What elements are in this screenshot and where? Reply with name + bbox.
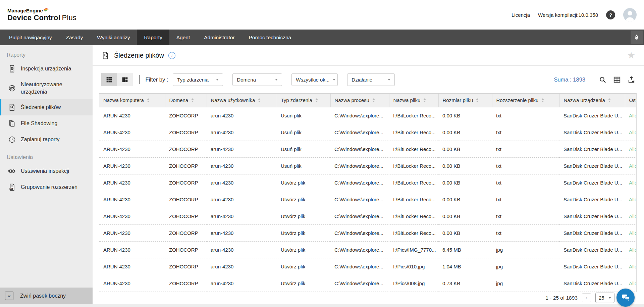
page-size-select[interactable]: 25 [595,293,614,303]
toolbar-divider [139,75,140,84]
cell-typ-zdarzenia: Utwórz plik [277,224,330,241]
nav-tab-zasady[interactable]: Zasady [59,30,90,45]
search-button[interactable] [598,75,606,84]
filter-select-wszystkie-ok[interactable]: Wszystkie ok... [291,73,338,86]
cell-osta[interactable]: Allo [625,124,637,141]
avatar[interactable] [623,8,637,21]
nav-tab-wyniki-analizy[interactable]: Wyniki analizy [90,30,137,45]
table-row[interactable]: ARUN-4230ZOHOCORParun-4230Utwórz plikC:\… [99,174,637,191]
cell-rozmiar-pliku: 0.00 KB [438,124,492,141]
logo-swoosh-icon [43,7,49,11]
cell-typ-zdarzenia: Usuń plik [277,107,330,124]
column-header-nazwa-pliku[interactable]: Nazwa pliku [389,94,438,107]
grid-view-button[interactable] [101,73,117,86]
nav-tab-raporty[interactable]: Raporty [137,30,169,45]
filter-select-typ-zdarzenia[interactable]: Typ zdarzenia [173,73,223,86]
cell-osta[interactable]: Allo [625,107,637,124]
product-suffix: Plus [62,13,77,22]
table-row[interactable]: ARUN-4230ZOHOCORParun-4230Usuń plikC:\Wi… [99,107,637,124]
product-name: Device Control [7,13,60,22]
cell-osta[interactable]: Allo [625,241,637,258]
column-header-nazwa-procesu[interactable]: Nazwa procesu [330,94,389,107]
sidebar-item-grupowanie-rozszerze[interactable]: TXTGrupowanie rozszerzeń [0,179,93,195]
table-row[interactable]: ARUN-4230ZOHOCORParun-4230Usuń plikC:\Wi… [99,141,637,157]
column-header-typ-zdarzenia[interactable]: Typ zdarzenia [277,94,330,107]
sidebar-item-zaplanuj-raporty[interactable]: Zaplanuj raporty [0,132,93,148]
filter-select-domena[interactable]: Domena [232,73,282,86]
column-header-rozszerzenie-pliku[interactable]: Rozszerzenie pliku [492,94,559,107]
cell-osta[interactable]: Allo [625,208,637,224]
cell-rozszerzenie-pliku: jpg [492,258,559,275]
filter-select-dzia-anie[interactable]: Działanie [347,73,395,86]
column-header-nazwa-komputera[interactable]: Nazwa komputera [99,94,165,107]
cell-domena: ZOHOCORP [165,224,207,241]
column-header-nazwa-urz-dzenia[interactable]: Nazwa urządzenia [559,94,625,107]
cell-osta[interactable]: Allo [625,141,637,157]
table-row[interactable]: ARUN-4230ZOHOCORParun-4230Usuń plikC:\Wi… [99,124,637,141]
nav-tab-administrator[interactable]: Administrator [197,30,241,45]
cell-rozmiar-pliku: 1.04 MB [438,258,492,275]
app-header: ManageEngine Device Control Plus Licencj… [0,0,644,30]
favorite-star-icon[interactable]: ★ [627,51,635,60]
sidebar-item-label: File Shadowing [21,120,57,127]
toolbar-right-divider [592,75,592,84]
info-icon[interactable]: i [168,52,175,59]
sidebar-item-ustawienia-inspekcji[interactable]: Ustawienia inspekcji [0,163,93,179]
cell-osta[interactable]: Allo [625,224,637,241]
sidebar-item-file-shadowing[interactable]: File Shadowing [0,115,93,132]
column-header-osta[interactable]: Osta [625,94,637,107]
help-icon[interactable]: ? [606,10,615,19]
table-row[interactable]: ARUN-4230ZOHOCORParun-4230Usuń plikC:\Wi… [99,157,637,174]
nav-tab-pomoc-techniczna[interactable]: Pomoc techniczna [242,30,299,45]
export-button[interactable] [627,75,635,84]
sidebar-item-inspekcja-urz-dzenia[interactable]: Inspekcja urządzenia [0,61,93,77]
sidebar-item-label: Grupowanie rozszerzeń [21,184,77,191]
sidebar-item-nieautoryzowane-urz-dzenia[interactable]: Nieautoryzowane urządzenia [0,77,93,99]
cell-typ-zdarzenia: Usuń plik [277,124,330,141]
column-chooser-button[interactable] [613,75,621,84]
column-header-rozmiar-pliku[interactable]: Rozmiar pliku [438,94,492,107]
split-view-button[interactable] [117,73,133,86]
nav-tab-agent[interactable]: Agent [169,30,197,45]
chat-fab-button[interactable] [616,289,635,307]
license-link[interactable]: Licencja [512,12,530,18]
chat-bubbles-icon [621,293,630,302]
nav-tab-pulpit-nawigacyjny[interactable]: Pulpit nawigacyjny [2,30,59,45]
table-row[interactable]: ARUN-4230ZOHOCORParun-4230Utwórz plikC:\… [99,241,637,258]
cell-osta[interactable]: Allo [625,157,637,174]
cell-nazwa-procesu: C:\Windows\explore... [330,191,389,208]
report-table-wrap: Nazwa komputeraDomenaNazwa użytkownikaTy… [99,93,637,292]
unauthorized-devices-icon [8,84,16,92]
chevron-down-icon [388,79,390,81]
logo[interactable]: ManageEngine Device Control Plus [7,8,76,22]
table-row[interactable]: ARUN-4230ZOHOCORParun-4230Utwórz plikC:\… [99,191,637,208]
cell-rozmiar-pliku: 6.45 MB [438,241,492,258]
cell-rozszerzenie-pliku: txt [492,107,559,124]
column-label: Nazwa urządzenia [564,97,605,103]
cell-rozmiar-pliku: 0.00 KB [438,208,492,224]
cell-domena: ZOHOCORP [165,124,207,141]
column-header-nazwa-u-ytkownika[interactable]: Nazwa użytkownika [207,94,277,107]
grid-view-icon [106,76,113,83]
sidebar-section-reports: Raporty [0,45,93,61]
table-row[interactable]: ARUN-4230ZOHOCORParun-4230Utwórz plikC:\… [99,275,637,292]
cell-nazwa-pliku: I:\BitLocker Reco... [389,191,438,208]
table-row[interactable]: ARUN-4230ZOHOCORParun-4230Utwórz plikC:\… [99,224,637,241]
sidebar-item-ledzenie-plik-w[interactable]: Śledzenie plików [0,99,93,115]
cell-nazwa-u-ytkownika: arun-4230 [207,208,277,224]
main-nav: Pulpit nawigacyjnyZasadyWyniki analizyRa… [0,30,644,45]
filter-value: Typ zdarzenia [177,77,208,83]
cell-typ-zdarzenia: Utwórz plik [277,191,330,208]
cell-domena: ZOHOCORP [165,258,207,275]
collapse-sidebar-button[interactable]: « Zwiń pasek boczny [0,288,93,304]
prev-page-button[interactable]: ‹ [582,293,591,302]
cell-osta[interactable]: Allo [625,258,637,275]
cell-osta[interactable]: Allo [625,174,637,191]
column-header-domena[interactable]: Domena [165,94,207,107]
table-row[interactable]: ARUN-4230ZOHOCORParun-4230Utwórz plikC:\… [99,208,637,224]
cell-osta[interactable]: Allo [625,191,637,208]
cell-domena: ZOHOCORP [165,157,207,174]
cell-typ-zdarzenia: Utwórz plik [277,258,330,275]
getting-started-rocket-button[interactable] [631,31,643,44]
table-row[interactable]: ARUN-4230ZOHOCORParun-4230Utwórz plikC:\… [99,258,637,275]
